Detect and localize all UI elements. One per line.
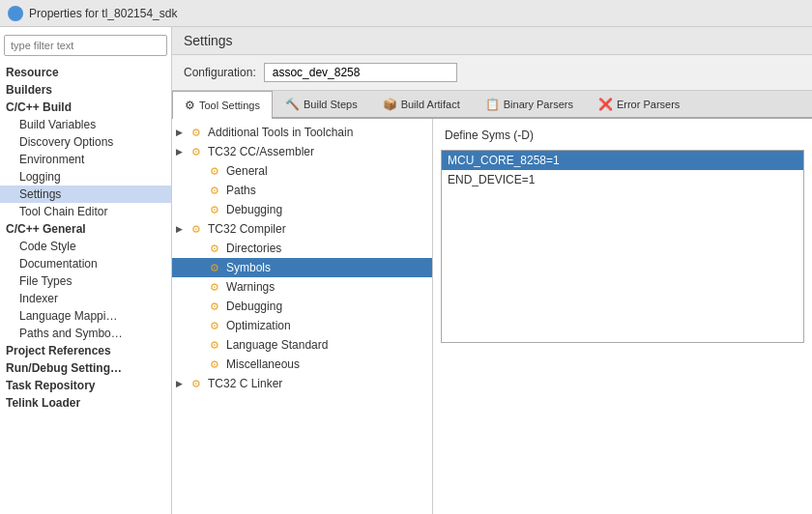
tree-item-debugging[interactable]: ⚙Debugging: [172, 200, 432, 219]
sidebar-item-project-references[interactable]: Project References: [0, 342, 171, 359]
tree-gear-icon-additional-tools: ⚙: [188, 125, 204, 140]
tree-item-warnings[interactable]: ⚙Warnings: [172, 277, 432, 297]
tab-icon-error-parsers: ❌: [598, 98, 613, 111]
sidebar-item-code-style[interactable]: Code Style: [0, 238, 171, 255]
content-area: Settings Configuration: assoc_dev_8258 ⚙…: [172, 27, 812, 514]
tree-gear-icon-paths: ⚙: [207, 183, 222, 198]
tab-icon-build-artifact: 📦: [383, 98, 397, 111]
tree-label-paths: Paths: [226, 184, 256, 197]
tree-gear-icon-warnings: ⚙: [207, 279, 222, 295]
sidebar-item-cpp-general[interactable]: C/C++ General: [0, 220, 171, 238]
expand-arrow-tc32-cc-assembler: ▶: [176, 147, 183, 157]
sidebar-item-paths-and-symbols[interactable]: Paths and Symbo…: [0, 325, 171, 342]
sidebar-item-language-mapping[interactable]: Language Mappi…: [0, 307, 171, 325]
tree-label-debugging: Debugging: [226, 203, 282, 216]
sidebar-item-builders[interactable]: Builders: [0, 81, 171, 99]
filter-input[interactable]: [4, 35, 167, 56]
define-header: Define Syms (-D): [441, 127, 804, 144]
sidebar-item-documentation[interactable]: Documentation: [0, 255, 171, 272]
tree-gear-icon-tc32-compiler: ⚙: [188, 221, 204, 237]
sidebar-item-indexer[interactable]: Indexer: [0, 290, 171, 307]
tree-items-container: ▶⚙Additional Tools in Toolchain▶⚙TC32 CC…: [172, 123, 432, 393]
tab-build-artifact[interactable]: 📦Build Artifact: [370, 91, 473, 117]
settings-title: Settings: [184, 33, 233, 48]
tree-label-symbols: Symbols: [226, 261, 271, 274]
tree-item-symbols[interactable]: ⚙Symbols: [172, 258, 432, 277]
tree-item-tc32-cc-assembler[interactable]: ▶⚙TC32 CC/Assembler: [172, 142, 432, 161]
tree-label-tc32-compiler: TC32 Compiler: [208, 222, 286, 236]
tree-item-general[interactable]: ⚙General: [172, 161, 432, 181]
window-title: Properties for tl_802154_sdk: [29, 7, 177, 20]
tree-label-directories: Directories: [226, 242, 281, 255]
expand-arrow-tc32-compiler: ▶: [176, 224, 183, 234]
sidebar-item-resource[interactable]: Resource: [0, 64, 171, 81]
expand-arrow-tc32-c-linker: ▶: [176, 379, 183, 388]
sidebar-item-logging[interactable]: Logging: [0, 168, 171, 186]
tab-build-steps[interactable]: 🔨Build Steps: [273, 91, 370, 117]
sidebar-item-task-repository[interactable]: Task Repository: [0, 377, 171, 394]
tree-item-optimization[interactable]: ⚙Optimization: [172, 316, 432, 335]
tab-binary-parsers[interactable]: 📋Binary Parsers: [473, 91, 586, 117]
define-items-container: MCU_CORE_8258=1END_DEVICE=1: [442, 151, 803, 189]
tree-gear-icon-debugging: ⚙: [207, 202, 222, 217]
tree-item-tc32-compiler[interactable]: ▶⚙TC32 Compiler: [172, 219, 432, 239]
tree-gear-icon-symbols: ⚙: [207, 260, 222, 275]
tree-item-additional-tools[interactable]: ▶⚙Additional Tools in Toolchain: [172, 123, 432, 142]
tree-gear-icon-debugging2: ⚙: [207, 299, 222, 314]
config-bar: Configuration: assoc_dev_8258: [172, 55, 812, 91]
tree-label-debugging2: Debugging: [226, 300, 282, 313]
sidebar-item-settings[interactable]: Settings: [0, 186, 171, 203]
tab-label-error-parsers: Error Parsers: [617, 99, 680, 110]
tree-label-optimization: Optimization: [226, 319, 291, 332]
detail-panel: Define Syms (-D) MCU_CORE_8258=1END_DEVI…: [433, 119, 812, 514]
expand-arrow-additional-tools: ▶: [176, 128, 183, 137]
tree-label-tc32-c-linker: TC32 C Linker: [208, 377, 282, 390]
define-item-end-device[interactable]: END_DEVICE=1: [442, 170, 803, 189]
tree-label-additional-tools: Additional Tools in Toolchain: [208, 126, 353, 139]
tree-label-language-standard: Language Standard: [226, 338, 328, 352]
sidebar-item-cpp-build[interactable]: C/C++ Build: [0, 99, 171, 116]
tree-gear-icon-optimization: ⚙: [207, 318, 222, 333]
tree-item-paths[interactable]: ⚙Paths: [172, 181, 432, 200]
tree-gear-icon-directories: ⚙: [207, 241, 222, 256]
tab-label-build-steps: Build Steps: [304, 99, 358, 110]
tree-item-tc32-c-linker[interactable]: ▶⚙TC32 C Linker: [172, 374, 432, 393]
settings-header: Settings: [172, 27, 812, 55]
sidebar-item-run-debug-settings[interactable]: Run/Debug Setting…: [0, 359, 171, 377]
define-item-mcu-core[interactable]: MCU_CORE_8258=1: [442, 151, 803, 170]
tabs-bar: ⚙Tool Settings🔨Build Steps📦Build Artifac…: [172, 91, 812, 119]
tree-item-miscellaneous[interactable]: ⚙Miscellaneous: [172, 355, 432, 374]
tree-label-tc32-cc-assembler: TC32 CC/Assembler: [208, 145, 314, 158]
sidebar-item-discovery-options[interactable]: Discovery Options: [0, 133, 171, 151]
title-bar: Properties for tl_802154_sdk: [0, 0, 812, 27]
tab-label-tool-settings: Tool Settings: [199, 100, 260, 111]
tree-gear-icon-miscellaneous: ⚙: [207, 357, 222, 372]
tree-item-language-standard[interactable]: ⚙Language Standard: [172, 335, 432, 355]
tab-icon-build-steps: 🔨: [285, 98, 300, 111]
sidebar-item-tool-chain-editor[interactable]: Tool Chain Editor: [0, 203, 171, 220]
define-list: MCU_CORE_8258=1END_DEVICE=1: [441, 150, 804, 343]
tree-item-directories[interactable]: ⚙Directories: [172, 239, 432, 258]
sidebar-item-environment[interactable]: Environment: [0, 151, 171, 168]
tree-gear-icon-general: ⚙: [207, 163, 222, 179]
tab-label-binary-parsers: Binary Parsers: [504, 99, 573, 110]
tab-icon-tool-settings: ⚙: [185, 99, 195, 112]
tab-icon-binary-parsers: 📋: [485, 98, 500, 111]
sidebar-item-telink-loader[interactable]: Telink Loader: [0, 394, 171, 412]
sidebar: ResourceBuildersC/C++ BuildBuild Variabl…: [0, 27, 172, 514]
tree-gear-icon-tc32-c-linker: ⚙: [188, 376, 204, 391]
settings-body: ▶⚙Additional Tools in Toolchain▶⚙TC32 CC…: [172, 119, 812, 514]
tree-label-general: General: [226, 164, 268, 178]
main-container: ResourceBuildersC/C++ BuildBuild Variabl…: [0, 27, 812, 514]
tab-label-build-artifact: Build Artifact: [401, 99, 460, 110]
sidebar-item-file-types[interactable]: File Types: [0, 272, 171, 290]
config-label: Configuration:: [184, 66, 256, 79]
tab-error-parsers[interactable]: ❌Error Parsers: [586, 91, 692, 117]
sidebar-item-build-variables[interactable]: Build Variables: [0, 116, 171, 133]
tree-item-debugging2[interactable]: ⚙Debugging: [172, 297, 432, 316]
tab-tool-settings[interactable]: ⚙Tool Settings: [172, 91, 273, 119]
tree-label-miscellaneous: Miscellaneous: [226, 357, 300, 371]
tabs-container: ⚙Tool Settings🔨Build Steps📦Build Artifac…: [172, 91, 692, 117]
config-value: assoc_dev_8258: [264, 63, 457, 82]
sidebar-items-container: ResourceBuildersC/C++ BuildBuild Variabl…: [0, 64, 171, 412]
